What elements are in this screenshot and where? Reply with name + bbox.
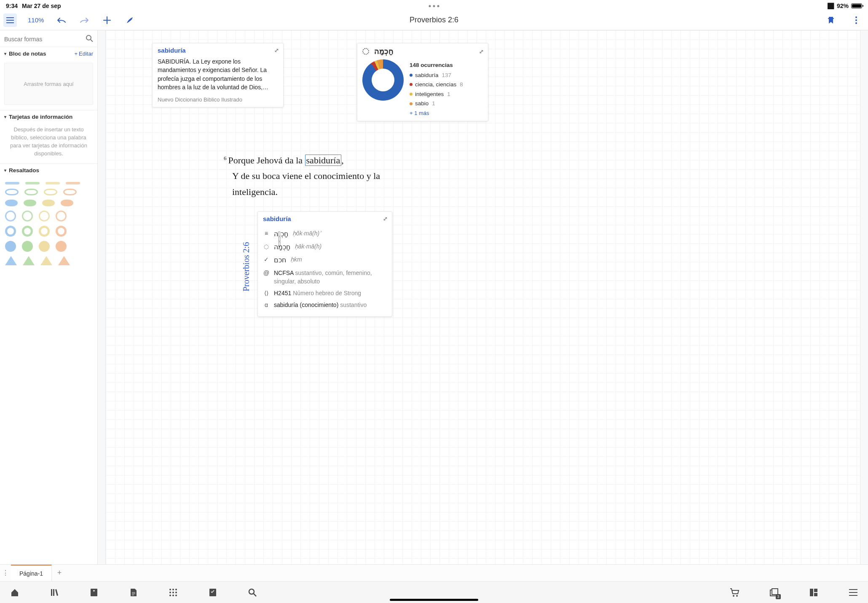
occurrence-row[interactable]: sabiduría137 — [410, 71, 483, 80]
occurrence-row[interactable]: sabio1 — [410, 99, 483, 108]
verse-text[interactable]: 6Porque Jehová da la sabiduría, Y de su … — [224, 152, 418, 200]
undo-button[interactable] — [55, 13, 68, 27]
bible-icon[interactable] — [88, 587, 99, 598]
manuscript-icon: ≡ — [263, 229, 270, 237]
swatch[interactable] — [44, 189, 57, 195]
card-occurrences[interactable]: חָכְמָה ⤢ 148 ocurrencias sabiduría137 c… — [357, 43, 488, 121]
swatch[interactable] — [66, 182, 80, 184]
draw-button[interactable] — [123, 13, 137, 27]
swatch[interactable] — [42, 200, 55, 206]
menu-nav-icon[interactable] — [848, 587, 859, 598]
swatch[interactable] — [39, 226, 50, 237]
swatch[interactable] — [39, 241, 50, 252]
word-row-sense[interactable]: α sabiduría (conocimiento) sustantivo — [263, 301, 387, 309]
menu-button[interactable] — [3, 13, 17, 27]
word-row-manuscript[interactable]: ≡ חָכְמָ֑ה ḥŏk·mā(h)ʾ — [263, 229, 387, 239]
word-row-morph[interactable]: @ NCFSA sustantivo, común, femenino, sin… — [263, 269, 387, 286]
grid-icon[interactable] — [168, 587, 179, 598]
swatch[interactable] — [5, 226, 16, 237]
card-title: sabiduría — [263, 215, 291, 222]
svg-rect-4 — [91, 589, 97, 596]
add-tab-button[interactable]: + — [52, 565, 67, 581]
expand-icon[interactable]: ⤢ — [479, 48, 484, 55]
swatch[interactable] — [40, 256, 52, 265]
redo-button[interactable] — [78, 13, 91, 27]
window-badge: 3 — [776, 594, 781, 599]
highlight-swatches — [0, 177, 97, 269]
word-row-root[interactable]: ✓ חכם ḥkm — [263, 255, 387, 265]
canvas-area[interactable]: sabiduría ⤢ SABIDURÍA. La Ley expone los… — [98, 30, 868, 564]
swatch[interactable] — [63, 189, 77, 195]
tab-page1[interactable]: Página-1 — [11, 565, 52, 581]
swatch[interactable] — [39, 211, 50, 221]
card-wordinfo[interactable]: sabiduría ⤢ ≡ חָכְמָ֑ה ḥŏk·mā(h)ʾ ◌ חָכְ… — [257, 211, 392, 317]
svg-rect-19 — [772, 589, 778, 595]
swatch[interactable] — [5, 200, 18, 206]
home-icon[interactable] — [9, 587, 20, 598]
checklist-icon[interactable] — [207, 587, 218, 598]
word-row-lemma[interactable]: ◌ חָכְמָה ḥāk·mā(h) — [263, 242, 387, 252]
section-infocards[interactable]: ▾Tarjetas de información — [0, 110, 97, 123]
chevron-down-icon: ▾ — [4, 115, 6, 119]
svg-point-1 — [855, 19, 857, 21]
status-date: Mar 27 de sep — [22, 3, 61, 9]
search-nav-icon[interactable] — [247, 587, 258, 598]
swatch[interactable] — [58, 256, 70, 265]
document-icon[interactable] — [128, 587, 139, 598]
morph-icon: @ — [263, 269, 270, 277]
swatch[interactable] — [56, 226, 67, 237]
occurrence-row[interactable]: ciencia, ciencias8 — [410, 80, 483, 89]
swatch[interactable] — [22, 211, 33, 221]
swatch[interactable] — [56, 211, 67, 221]
swatch[interactable] — [46, 182, 60, 184]
home-indicator[interactable] — [390, 599, 478, 601]
swatch[interactable] — [22, 241, 33, 252]
svg-rect-22 — [814, 593, 817, 596]
swatch[interactable] — [5, 211, 16, 221]
search-input[interactable] — [4, 36, 86, 43]
add-button[interactable] — [100, 13, 114, 27]
shapes-dropzone[interactable]: Arrastre formas aquí — [4, 63, 93, 105]
swatch[interactable] — [5, 241, 16, 252]
swatch[interactable] — [56, 241, 67, 252]
cart-icon[interactable] — [729, 587, 740, 598]
swatch[interactable] — [23, 256, 35, 265]
battery-percent: 92% — [837, 3, 849, 9]
svg-point-10 — [175, 592, 177, 593]
swatch[interactable] — [22, 226, 33, 237]
library-icon[interactable] — [49, 587, 60, 598]
swatch[interactable] — [5, 182, 19, 184]
swatch[interactable] — [5, 189, 19, 195]
tabs-menu-button[interactable]: ⋮ — [0, 565, 11, 581]
page-tabs: ⋮ Página-1 + — [0, 564, 868, 581]
card-dictionary[interactable]: sabiduría ⤢ SABIDURÍA. La Ley expone los… — [152, 43, 284, 107]
svg-point-15 — [249, 589, 254, 594]
section-notepad[interactable]: ▾Bloc de notas + Editar — [0, 47, 97, 60]
expand-icon[interactable]: ⤢ — [274, 47, 279, 53]
card-source: Nuevo Diccionario Biblico Ilustrado — [153, 95, 283, 107]
swatch[interactable] — [25, 182, 40, 184]
multitask-dots[interactable] — [429, 5, 439, 7]
layout-icon[interactable] — [808, 587, 819, 598]
occurrence-row[interactable]: inteligentes1 — [410, 90, 483, 99]
highlighted-word[interactable]: sabiduría — [305, 155, 342, 166]
word-row-strong[interactable]: ⟨⟩ H2451 Número hebreo de Strong — [263, 289, 387, 297]
occurrences-donut — [362, 59, 404, 101]
swatch[interactable] — [24, 200, 36, 206]
bookmark-icon[interactable] — [824, 13, 838, 27]
swatch[interactable] — [24, 189, 38, 195]
document-title[interactable]: Proverbios 2:6 — [410, 16, 458, 24]
edit-button[interactable]: + Editar — [74, 51, 93, 57]
window-icon[interactable]: 3 — [769, 587, 780, 598]
swatch[interactable] — [5, 256, 17, 265]
chevron-down-icon: ▾ — [4, 168, 6, 173]
search-icon[interactable] — [86, 35, 93, 43]
zoom-level[interactable]: 110% — [26, 16, 46, 24]
expand-icon[interactable]: ⤢ — [383, 216, 388, 222]
more-button[interactable] — [849, 13, 863, 27]
infocards-help: Después de insertar un texto bíblico, se… — [0, 123, 97, 163]
svg-point-2 — [855, 22, 857, 24]
more-link[interactable]: + 1 más — [410, 109, 483, 117]
swatch[interactable] — [61, 200, 73, 206]
section-highlights[interactable]: ▾Resaltados — [0, 163, 97, 177]
